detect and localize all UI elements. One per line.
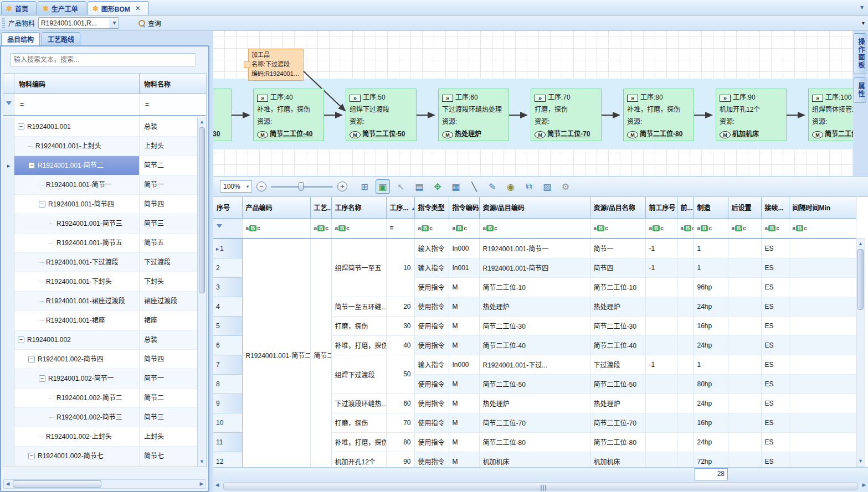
continuation-cell[interactable]: ES	[761, 277, 789, 297]
post-setup-cell[interactable]	[728, 239, 761, 258]
continuation-cell[interactable]: ES	[761, 297, 789, 316]
previous-op-cell[interactable]	[645, 335, 677, 355]
resource-code-cell[interactable]: 简节二工位-70	[479, 413, 590, 432]
tree-node-name[interactable]: 总装	[140, 330, 197, 350]
tree-node-name[interactable]: 下过渡段	[140, 253, 197, 272]
manufacture-cell[interactable]: 24hp	[694, 432, 728, 452]
tree-row[interactable]: R1924001.002-上封头上封头	[3, 427, 197, 447]
resource-code-cell[interactable]: R1924001.001-下过...	[479, 355, 590, 374]
abc-filter-icon[interactable]: aBc	[765, 225, 779, 231]
resource-code-cell[interactable]: R1924001.001-简节四	[479, 258, 590, 277]
resource-name-cell[interactable]: 简节一	[590, 239, 645, 258]
tree-scroll-thumb[interactable]	[199, 127, 205, 293]
row-number-cell[interactable]: 6	[213, 335, 242, 355]
tree-node-code[interactable]: R1924001.001-下过渡段	[14, 253, 140, 272]
instruction-code-cell[interactable]: In000	[449, 239, 479, 258]
tree-node-code[interactable]: R1924001.001-简节一	[14, 175, 140, 195]
tree-row[interactable]: ▸−R1924001.001-简节二简节二	[3, 156, 197, 175]
tree-node-code[interactable]: −R1924001.002-简节四	[14, 350, 140, 369]
instruction-type-cell[interactable]: 输入指令	[414, 239, 449, 258]
resource-name-cell[interactable]: 简节二工位-40	[590, 335, 645, 355]
query-button[interactable]: 查询	[133, 17, 166, 29]
column-header-指令类型[interactable]: 指令类型	[414, 197, 449, 218]
column-header-产品编码[interactable]: 产品编码	[242, 197, 310, 218]
scroll-right-icon[interactable]: ▶	[198, 480, 206, 488]
post-setup-cell[interactable]	[728, 258, 761, 277]
toolbar-grip[interactable]	[2, 18, 5, 28]
resource-code-cell[interactable]: 简节二工位-40	[479, 335, 590, 355]
process-node-80[interactable]: »工序:80补堆，打磨，探伤资源:M简节二工位-80	[623, 89, 694, 141]
processed-item-tooltip[interactable]: 加工品 名称:下过渡段 编码:R1924001…	[248, 49, 304, 81]
panel-tab-品目结构[interactable]: 品目结构	[1, 32, 40, 45]
zoom-dropdown-icon[interactable]: ▾	[244, 184, 251, 189]
instruction-code-cell[interactable]: M	[449, 316, 479, 335]
prev-extra-cell[interactable]	[677, 393, 694, 413]
save-icon[interactable]: ▦	[449, 179, 463, 194]
instruction-type-cell[interactable]: 使用指令	[414, 393, 449, 413]
interval-cell[interactable]	[789, 432, 856, 452]
tree-row[interactable]: R1924001.001-下封头下封头	[3, 272, 197, 292]
post-setup-cell[interactable]	[728, 297, 761, 316]
manufacture-cell[interactable]: 1	[694, 239, 728, 258]
interval-cell[interactable]	[789, 239, 856, 258]
panel-icon[interactable]: ▤	[412, 179, 427, 194]
collapse-icon[interactable]: −	[39, 201, 45, 208]
filter-cell[interactable]: =	[386, 218, 414, 239]
grid-scroll-thumb[interactable]	[857, 249, 864, 310]
previous-op-cell[interactable]	[645, 316, 677, 335]
window-tab-图形BOM[interactable]: ✽图形BOM✕	[88, 1, 149, 15]
tree-node-name[interactable]: 下封头	[140, 272, 197, 292]
post-setup-cell[interactable]	[728, 413, 761, 432]
tree-row[interactable]: R1924001.001-裙座过渡段裙座过渡段	[3, 292, 197, 311]
resource-code-cell[interactable]: 热处理炉	[479, 393, 590, 413]
resource-code-cell[interactable]: 简节二工位-10	[479, 277, 590, 297]
resource-name-cell[interactable]: 简节二工位-70	[590, 413, 645, 432]
code-filter-cell[interactable]: =	[14, 94, 140, 115]
resource-name-cell[interactable]: 简节二工位-10	[590, 277, 645, 297]
tree-row[interactable]: R1924001.001-裙座裙座	[3, 311, 197, 330]
manufacture-cell[interactable]: 1	[694, 258, 728, 277]
dock-tab-操作面板[interactable]: 操作面板	[854, 33, 866, 74]
filter-icon[interactable]	[6, 101, 12, 108]
tree-hscroll-thumb[interactable]	[13, 480, 101, 488]
resource-code-cell[interactable]: R1924001.001-简节一	[479, 239, 590, 258]
instruction-code-cell[interactable]: In000	[449, 355, 479, 374]
scroll-up-icon[interactable]: ▲	[857, 240, 864, 248]
post-setup-cell[interactable]	[728, 374, 761, 393]
resource-name-cell[interactable]: 热处理炉	[590, 393, 645, 413]
collapse-icon[interactable]: −	[28, 162, 35, 169]
window-tab-生产工单[interactable]: ✽生产工单	[38, 1, 86, 15]
tree-node-code[interactable]: R1924001.002-简节二	[14, 389, 140, 408]
continuation-cell[interactable]: ES	[761, 316, 789, 335]
prev-extra-cell[interactable]	[677, 413, 694, 432]
abc-filter-icon[interactable]: aBc	[314, 225, 328, 231]
row-number-cell[interactable]: 8	[213, 374, 242, 393]
previous-op-cell[interactable]: -1	[645, 355, 677, 374]
operation-number-cell[interactable]: 20	[386, 297, 414, 316]
grid-icon[interactable]: ⊞	[357, 179, 372, 194]
interval-cell[interactable]	[789, 258, 856, 277]
window-tab-首页[interactable]: ✽首页	[1, 1, 37, 15]
column-header-前...[interactable]: 前...	[677, 197, 694, 218]
operation-number-cell[interactable]: 70	[386, 413, 414, 432]
resource-name-cell[interactable]: 简节二工位-50	[590, 374, 645, 393]
filter-cell[interactable]: aBc	[694, 218, 728, 239]
post-setup-cell[interactable]	[728, 316, 761, 335]
filter-cell[interactable]: aBc	[645, 218, 677, 239]
tree-node-name[interactable]: 简节三	[140, 214, 197, 234]
tree-node-code[interactable]: −R1924001.002-简节一	[14, 369, 140, 389]
column-header-工序...[interactable]: 工序...▲	[386, 197, 414, 218]
tree-row[interactable]: R1924001.001-上封头上封头	[3, 137, 197, 156]
node-resource-link[interactable]: 机加机床	[732, 130, 759, 138]
tree-node-name[interactable]: 简节一	[140, 175, 197, 195]
name-filter-cell[interactable]: =	[140, 94, 206, 115]
instruction-type-cell[interactable]: 使用指令	[414, 432, 449, 452]
interval-cell[interactable]	[789, 335, 856, 355]
fit-screen-icon[interactable]: ✥	[430, 179, 445, 194]
previous-op-cell[interactable]	[645, 277, 677, 297]
tree-node-code[interactable]: R1924001.001-简节五	[14, 234, 140, 253]
resource-code-cell[interactable]: 简节二工位-80	[479, 432, 590, 452]
filter-cell[interactable]: aBc	[789, 218, 856, 239]
filter-cell[interactable]: aBc	[449, 218, 479, 239]
grid-hscroll-thumb[interactable]	[223, 482, 858, 490]
